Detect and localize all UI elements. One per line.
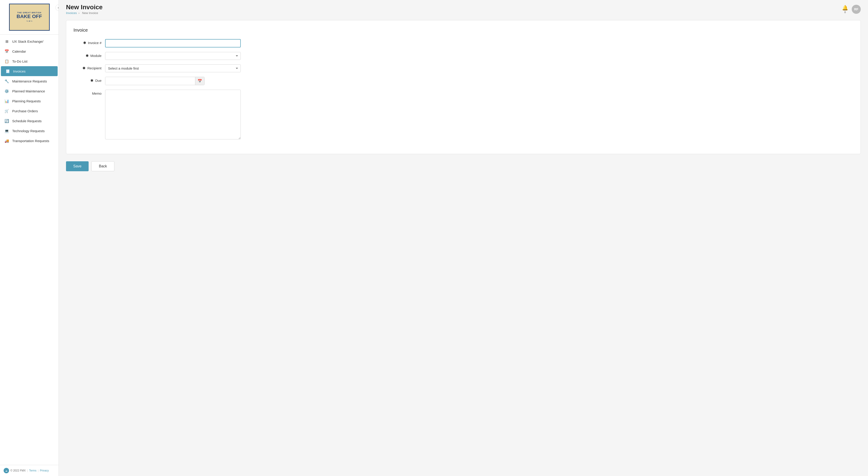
notification-count: 0 [844,11,846,13]
back-button[interactable]: Back [91,161,114,171]
date-input-wrap: 📅 [105,77,205,85]
module-label-text: Module [90,54,101,58]
module-field [105,52,241,60]
due-label: ✱ Due [73,77,105,83]
bell-icon: 🔔 [842,5,848,11]
calendar-icon: 📅 [4,49,9,54]
invoice-number-field [105,39,241,47]
sidebar-item-label-planning-requests: Planning Requests [12,99,41,103]
page-title: New Invoice [66,4,103,11]
sidebar-item-todo[interactable]: 📋 To-Do List [0,56,59,66]
memo-textarea[interactable] [105,90,241,139]
header-left: New Invoice Invoices › New Invoice [66,4,103,15]
header-right: 🔔 0 RF [842,5,861,14]
logo-box: THE GREAT BRITISH BAKE OFF 〜✦〜 [9,4,50,31]
module-row: ✱ Module [73,52,853,60]
sidebar-item-label-schedule-requests: Schedule Requests [12,119,41,123]
recipient-label: ✱ Recipient [73,64,105,70]
sidebar-item-label-transportation-requests: Transportation Requests [12,139,49,143]
save-button[interactable]: Save [66,161,89,171]
invoice-number-row: ✱ Invoice # [73,39,853,47]
invoice-number-label: ✱ Invoice # [73,39,105,45]
module-label: ✱ Module [73,52,105,58]
sidebar-item-technology-requests[interactable]: 💻 Technology Requests [0,126,59,136]
breadcrumb-current: New Invoice [82,11,98,15]
ux-stack-icon: ⊞ [4,39,9,43]
due-field: 📅 [105,77,241,85]
sidebar-item-planned-maintenance[interactable]: ⚙️ Planned Maintenance [0,86,59,96]
invoices-icon: 🧾 [5,69,10,73]
maintenance-icon: 🔧 [4,79,9,83]
sidebar-item-planning-requests[interactable]: 📊 Planning Requests [0,96,59,106]
sidebar-item-label-maintenance: Maintenance Requests [12,79,47,83]
recipient-select[interactable]: Select a module first [105,64,241,72]
divider2: | [38,469,38,472]
sidebar-item-maintenance[interactable]: 🔧 Maintenance Requests [0,76,59,86]
sidebar-item-label-purchase-orders: Purchase Orders [12,109,38,113]
sidebar-item-label-todo: To-Do List [12,59,28,63]
logo-line2: BAKE OFF [17,14,42,19]
page-header: New Invoice Invoices › New Invoice 🔔 0 R… [59,0,868,17]
recipient-field: Select a module first [105,64,241,72]
copyright-text: © 2022 FMX [10,469,26,472]
module-select[interactable] [105,52,241,60]
action-row: Save Back [66,161,861,171]
logo-ornament: 〜✦〜 [26,20,33,23]
sidebar: ◀ THE GREAT BRITISH BAKE OFF 〜✦〜 ⊞ UX St… [0,0,59,476]
due-label-text: Due [95,78,101,83]
sidebar-item-calendar[interactable]: 📅 Calendar [0,46,59,56]
fmx-logo-icon: ☁ [4,468,9,473]
sidebar-item-schedule-requests[interactable]: 🔄 Schedule Requests [0,116,59,126]
sidebar-item-purchase-orders[interactable]: 🛒 Purchase Orders [0,106,59,116]
memo-row: Memo [73,90,853,140]
breadcrumb: Invoices › New Invoice [66,11,103,15]
terms-link[interactable]: Terms [29,469,37,472]
sidebar-item-label-planned-maintenance: Planned Maintenance [12,89,45,93]
memo-label: Memo [73,90,105,95]
sidebar-item-ux-stack[interactable]: ⊞ UX Stack Exchange/ [0,36,59,46]
due-date-input[interactable] [105,77,195,85]
sidebar-item-label-ux-stack: UX Stack Exchange/ [12,39,43,43]
required-star-module: ✱ [86,54,89,58]
calendar-picker-button[interactable]: 📅 [195,77,204,85]
purchase-orders-icon: 🛒 [4,109,9,113]
form-title: Invoice [73,28,853,33]
sidebar-item-invoices[interactable]: 🧾 Invoices [1,66,58,76]
planning-requests-icon: 📊 [4,99,9,103]
avatar[interactable]: RF [852,5,861,14]
memo-field [105,90,241,140]
transportation-requests-icon: 🚚 [4,138,9,143]
todo-icon: 📋 [4,59,9,63]
required-star-due: ✱ [90,78,93,83]
sidebar-item-label-calendar: Calendar [12,50,26,53]
sidebar-navigation: ⊞ UX Stack Exchange/ 📅 Calendar 📋 To-Do … [0,35,59,465]
main-content: New Invoice Invoices › New Invoice 🔔 0 R… [59,0,868,476]
sidebar-item-transportation-requests[interactable]: 🚚 Transportation Requests [0,136,59,146]
sidebar-item-label-technology-requests: Technology Requests [12,129,44,133]
sidebar-logo: THE GREAT BRITISH BAKE OFF 〜✦〜 [0,0,59,35]
privacy-link[interactable]: Privacy [40,469,49,472]
planned-maintenance-icon: ⚙️ [4,89,9,93]
breadcrumb-parent-link[interactable]: Invoices [66,11,77,15]
required-star-invoice: ✱ [83,41,86,45]
notification-button[interactable]: 🔔 0 [842,5,848,13]
invoice-form-card: Invoice ✱ Invoice # ✱ Module [66,20,861,154]
sidebar-footer: ☁ © 2022 FMX | Terms | Privacy [0,465,59,476]
memo-label-text: Memo [92,92,101,95]
required-star-recipient: ✱ [83,66,86,70]
technology-requests-icon: 💻 [4,129,9,133]
chevron-left-icon: ◀ [58,6,59,9]
recipient-label-text: Recipient [87,66,101,70]
invoice-number-label-text: Invoice # [88,41,101,45]
recipient-row: ✱ Recipient Select a module first [73,64,853,72]
divider1: | [27,469,28,472]
due-row: ✱ Due 📅 [73,77,853,85]
breadcrumb-separator: › [79,11,80,15]
invoice-number-input[interactable] [105,39,241,47]
sidebar-item-label-invoices: Invoices [13,69,26,73]
schedule-requests-icon: 🔄 [4,119,9,123]
